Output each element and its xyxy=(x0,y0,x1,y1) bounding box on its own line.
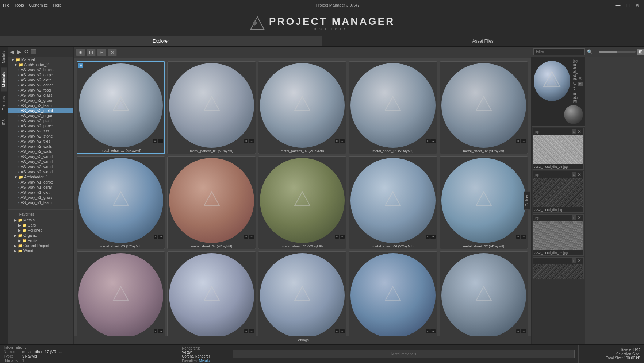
tree-v1glass[interactable]: ▪ AS_vray_v1_glass xyxy=(8,195,73,200)
material-card-7[interactable]: ≡→ metal_sheet_05 (VRayMtl) xyxy=(258,156,346,249)
menu-file[interactable]: File xyxy=(3,3,9,7)
card-arrow-2[interactable]: → xyxy=(340,139,345,143)
tree-v1ceram[interactable]: ▪ AS_vray_v1_cerar xyxy=(8,185,73,190)
restore-btn[interactable]: □ xyxy=(625,2,631,8)
tree-walls2[interactable]: ▪ AS_vray_v2_walls xyxy=(8,149,73,154)
card-arrow-4[interactable]: → xyxy=(521,139,526,143)
tree-fav-metals[interactable]: ▶ 📁 Metals xyxy=(8,217,73,223)
card-arrow-13[interactable]: → xyxy=(430,329,436,333)
toolbar-btn-4[interactable]: ⊠ xyxy=(108,49,117,56)
card-menu-13[interactable]: ≡ xyxy=(426,329,430,333)
sidebar-tab-materials[interactable]: Materials xyxy=(1,67,7,92)
tree-v1cloth[interactable]: ▪ AS_vray_v1_cloth xyxy=(8,190,73,195)
sidebar-tab-models[interactable]: Models xyxy=(1,47,7,67)
gallery-item-4[interactable]: ⊞ ✕ xyxy=(533,257,584,279)
material-card-9[interactable]: ≡→ metal_sheet_07 (VRayMtl) xyxy=(440,156,528,249)
gallery-item-1-close[interactable]: ✕ xyxy=(577,129,582,134)
toolbar-btn-1[interactable]: ⊞ xyxy=(76,49,85,56)
card-menu-5[interactable]: ≡ xyxy=(154,235,158,239)
tree-food[interactable]: ▪ AS_vray_v2_food xyxy=(8,88,73,93)
card-arrow-0[interactable]: → xyxy=(158,139,163,143)
material-card-13[interactable]: ≡→ metal_sheet_11 (VRayMtl) xyxy=(349,251,437,336)
search-btn[interactable]: 🔍 xyxy=(586,49,593,55)
card-arrow-10[interactable]: → xyxy=(158,329,163,333)
card-arrow-5[interactable]: → xyxy=(158,235,163,239)
tree-root[interactable]: ▼ 📁 Material xyxy=(8,57,73,62)
gallery-item-1[interactable]: jpg ⊞ ✕ AS2_metal_dirt_06.jpg xyxy=(533,128,584,170)
tree-wood3[interactable]: ▪ AS_vray_v2_wood xyxy=(8,164,73,169)
menu-help[interactable]: Help xyxy=(53,3,61,7)
tab-asset-files[interactable]: Asset Files xyxy=(322,36,644,46)
card-menu-1[interactable]: ≡ xyxy=(244,139,248,143)
card-menu-11[interactable]: ≡ xyxy=(244,329,248,333)
card-menu-6[interactable]: ≡ xyxy=(244,235,248,239)
card-menu-8[interactable]: ≡ xyxy=(426,235,430,239)
material-card-12[interactable]: ≡→ metal_sheet_10 (VRayMtl) xyxy=(258,251,346,336)
menu-customize[interactable]: Customize xyxy=(29,3,48,7)
material-card-8[interactable]: ≡→ metal_sheet_06 (VRayMtl) xyxy=(349,156,437,249)
tree-bricks[interactable]: ▪ AS_vray_v2_bricks xyxy=(8,67,73,72)
gallery-item-3[interactable]: jpg ⊞ ✕ AS2_metal_dirt_02.jpg xyxy=(533,214,584,256)
close-btn[interactable]: ✕ xyxy=(634,2,641,8)
sidebar-tab-ies[interactable]: IES xyxy=(1,115,7,130)
tree-metal[interactable]: ▪ AS_vray_v2_metal xyxy=(8,108,73,113)
status-favorites-value[interactable]: Metals xyxy=(199,359,210,363)
nav-forward-btn[interactable]: ▶ xyxy=(16,49,22,55)
tree-leather[interactable]: ▪ AS_vray_v2_leath xyxy=(8,103,73,108)
tree-v1leath[interactable]: ▪ AS_vray_v1_leath xyxy=(8,200,73,205)
material-card-11[interactable]: ≡→ metal_sheet_09 (VRayMtl) xyxy=(167,251,256,336)
tree-fav-cars[interactable]: ▶ 📁 Cars xyxy=(8,223,73,228)
tree-wood1[interactable]: ▪ AS_vray_v2_wood xyxy=(8,154,73,159)
tree-cloth[interactable]: ▪ AS_vray_v2_cloth xyxy=(8,77,73,82)
gallery-item-2-close[interactable]: ✕ xyxy=(577,172,582,177)
tree-fav-fruits[interactable]: ▶ 📁 Fruits xyxy=(8,238,73,243)
tree-fav-organic[interactable]: ▶ 📁 Organic xyxy=(8,233,73,238)
tree-carpet[interactable]: ▪ AS_vray_v2_carpe xyxy=(8,72,73,77)
gallery-item-4-grid-btn[interactable]: ⊞ xyxy=(572,258,576,263)
card-arrow-6[interactable]: → xyxy=(249,235,254,239)
tree-wood4[interactable]: ▪ AS_vray_v2_wood xyxy=(8,169,73,174)
card-menu-3[interactable]: ≡ xyxy=(426,139,430,143)
tree-organic[interactable]: ▪ AS_vray_v2_orgar xyxy=(8,113,73,118)
tree-fav-wood[interactable]: ▶ 📁 Wood xyxy=(8,248,73,253)
card-menu-4[interactable]: ≡ xyxy=(516,139,520,143)
gallery-item-3-close[interactable]: ✕ xyxy=(577,215,582,220)
tree-concrete[interactable]: ▪ AS_vray_v2_concr xyxy=(8,82,73,88)
toolbar-btn-2[interactable]: ⊡ xyxy=(87,49,96,56)
material-card-3[interactable]: ≡→ metal_sheet_01 (VRayMtl) xyxy=(349,61,437,154)
material-card-14[interactable]: ≡→ metal_sheet_12 (VRayMtl) xyxy=(440,251,528,336)
card-menu-2[interactable]: ≡ xyxy=(335,139,339,143)
gallery-item-1-grid-btn[interactable]: ⊞ xyxy=(572,129,576,134)
tab-explorer[interactable]: Explorer xyxy=(0,36,322,46)
gallery-item-2[interactable]: jpg ⊞ ✕ AS2_metal_dirt.jpg xyxy=(533,171,584,213)
tree-sss[interactable]: ▪ AS_vray_v2_sss xyxy=(8,128,73,134)
tree-porce[interactable]: ▪ AS_vray_v2_porce xyxy=(8,123,73,128)
filter-input[interactable] xyxy=(533,48,585,55)
nav-back-btn[interactable]: ◀ xyxy=(9,49,15,55)
preview-close-btn[interactable]: ✕ xyxy=(578,76,583,81)
gallery-item-3-grid-btn[interactable]: ⊞ xyxy=(572,215,576,220)
card-menu-7[interactable]: ≡ xyxy=(335,235,339,239)
menu-tools[interactable]: Tools xyxy=(15,3,24,7)
tree-fav-polished[interactable]: ▶ 📁 Polished xyxy=(8,228,73,233)
material-card-1[interactable]: ≡→ metal_pattern_01 (VRayMtl) xyxy=(167,61,256,154)
tree-walls1[interactable]: ▪ AS_vray_v2_walls xyxy=(8,144,73,149)
tree-fav-current[interactable]: ▶ 📁 Current Project xyxy=(8,243,73,248)
preview-grid-btn[interactable]: ⊞ xyxy=(578,82,583,86)
material-card-0[interactable]: ⊞ ≡ → metal_other_17 (VRayMtl) xyxy=(77,61,165,154)
tree-tiles[interactable]: ▪ AS_vray_v2_tiles xyxy=(8,139,73,144)
minimize-btn[interactable]: — xyxy=(614,2,622,8)
gallery-item-2-grid-btn[interactable]: ⊞ xyxy=(572,172,576,177)
tree-glass[interactable]: ▪ AS_vray_v2_glass xyxy=(8,93,73,98)
slider-track[interactable] xyxy=(599,51,636,53)
gallery-tab[interactable]: Gallery xyxy=(524,192,530,210)
status-search-input[interactable] xyxy=(233,350,575,358)
card-arrow-3[interactable]: → xyxy=(430,139,436,143)
card-arrow-9[interactable]: → xyxy=(521,235,526,239)
toolbar-btn-3[interactable]: ⊟ xyxy=(97,49,106,56)
sidebar-tab-textures[interactable]: Textures xyxy=(1,92,7,115)
tree-archshader2[interactable]: ▼ 📁 ArchShader_2 xyxy=(8,62,73,67)
card-menu-10[interactable]: ≡ xyxy=(154,329,158,333)
card-menu-14[interactable]: ≡ xyxy=(516,329,520,333)
card-menu-0[interactable]: ≡ xyxy=(153,139,157,143)
